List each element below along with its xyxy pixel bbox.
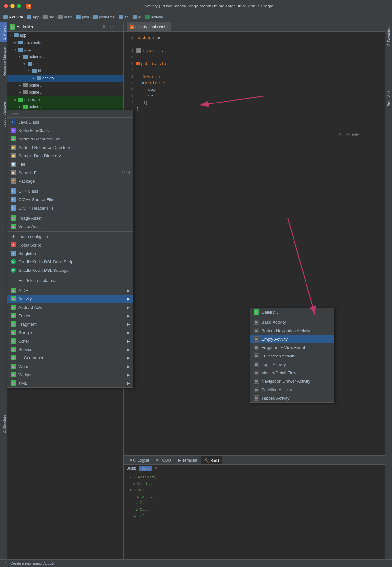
add-button[interactable]: ⊕ xyxy=(94,24,99,30)
submenu-nav-drawer[interactable]: ⊞ Navigation Drawer Activity xyxy=(250,377,334,385)
sync-button[interactable]: ⇅ xyxy=(101,24,107,30)
build-item-c2[interactable]: ✓ C... xyxy=(127,507,382,513)
submenu-scrolling[interactable]: ⊞ Scrolling Activity xyxy=(250,385,334,394)
menu-item-fragment[interactable]: 🤖 Fragment ▶ xyxy=(7,320,133,328)
menu-item-kotlin[interactable]: K Kotlin File/Class xyxy=(7,126,133,135)
menu-item-folder[interactable]: 🤖 Folder ▶ xyxy=(7,311,133,320)
menu-item-cpp-source[interactable]: C C/C++ Source File xyxy=(7,195,133,204)
tree-item-manifests[interactable]: ▶ manifests xyxy=(7,39,123,46)
menu-item-wear[interactable]: 🤖 Wear ▶ xyxy=(7,362,133,370)
tree-item-app[interactable]: ▼ app xyxy=(7,32,123,39)
code-line-1: 1 package pol xyxy=(124,34,385,41)
menu-item-vector-asset[interactable]: 🤖 Vector Asset xyxy=(7,222,133,231)
menu-item-other[interactable]: 🤖 Other ▶ xyxy=(7,337,133,345)
menu-item-sample-data[interactable]: 📁 Sample Data Directory xyxy=(7,151,133,160)
close-button[interactable] xyxy=(4,4,8,8)
build-item-run[interactable]: ▼ ✓ Run... xyxy=(127,487,382,494)
submenu-empty-activity[interactable]: ⊞ Empty Activity xyxy=(250,335,334,343)
menu-item-package[interactable]: 📦 Package xyxy=(7,177,133,185)
menu-item-service[interactable]: 🤖 Service ▶ xyxy=(7,345,133,354)
sync-button[interactable]: Sync xyxy=(139,466,152,471)
menu-item-android-resource[interactable]: 🤖 Android Resource File xyxy=(7,135,133,143)
menu-item-android-res-dir[interactable]: 📁 Android Resource Directory xyxy=(7,143,133,151)
window-controls[interactable] xyxy=(4,4,21,8)
submenu-tabbed[interactable]: ⊞ Tabbed Activity xyxy=(250,394,334,402)
todo-tab[interactable]: ≡ TODO xyxy=(153,456,174,464)
submenu-master-detail[interactable]: ⊞ Master/Detail Flow xyxy=(250,368,334,377)
menu-item-google[interactable]: 🤖 Google ▶ xyxy=(7,328,133,337)
maximize-button[interactable] xyxy=(17,4,21,8)
favorites-tab[interactable]: 2: Favorites xyxy=(386,25,392,48)
breadcrumb-app[interactable]: app xyxy=(27,15,39,19)
tree-item-poline1[interactable]: ▶ poline... xyxy=(7,82,123,89)
submenu-fullscreen[interactable]: ⊞ Fullscreen Activity xyxy=(250,352,334,360)
submenu-basic-activity[interactable]: ⊞ Basic Activity xyxy=(250,318,334,326)
tree-item-id[interactable]: ▼ id xyxy=(7,67,123,75)
menu-item-singleton[interactable]: ◈ Singleton xyxy=(7,249,133,258)
breadcrumb-id[interactable]: id xyxy=(133,15,141,19)
breadcrumb-main[interactable]: main xyxy=(58,15,72,19)
build-item-l[interactable]: ▶ ✓ L... xyxy=(127,494,382,500)
build-item-r[interactable]: ▶ ✓ R... xyxy=(127,513,382,520)
settings-button[interactable]: ⚙ xyxy=(109,24,114,30)
menu-item-scratch[interactable]: 📋 Scratch File ⇧⌘N xyxy=(7,168,133,177)
close-tab-button[interactable]: ✕ xyxy=(166,25,169,29)
menu-item-cpp-header[interactable]: H C/C++ Header File xyxy=(7,204,133,212)
folder-icon xyxy=(32,69,37,73)
breadcrumb-src[interactable]: src xyxy=(43,15,54,19)
menu-item-edit-templates[interactable]: Edit File Templates... xyxy=(7,276,133,284)
submenu-fragment-viewmodel[interactable]: ⊞ Fragment + ViewModel xyxy=(250,343,334,352)
fold-icon[interactable]: □ xyxy=(136,48,141,53)
minimize-button[interactable] xyxy=(10,4,15,8)
build-item-c1[interactable]: ✓ C... xyxy=(127,500,382,507)
tree-item-poline2[interactable]: ▶ poline... xyxy=(7,89,123,96)
build-tab[interactable]: 🔨 Build xyxy=(201,456,222,464)
breadcrumb-polinema[interactable]: polinema xyxy=(93,15,115,19)
menu-item-editorconfig[interactable]: ⚙ .editorconfig file xyxy=(7,232,133,241)
layout-captures-tab[interactable]: Layout Captures xyxy=(0,99,7,130)
breadcrumb-java[interactable]: java xyxy=(76,15,89,19)
build-item-activity[interactable]: ▼ ✓ Activity xyxy=(127,474,382,481)
menu-item-ui-component[interactable]: 🤖 UI Component ▶ xyxy=(7,354,133,362)
build-item-start[interactable]: ✓ Start... xyxy=(127,481,382,487)
menu-item-file[interactable]: 📄 File xyxy=(7,160,133,168)
tree-item-polinema[interactable]: ▼ polinema xyxy=(7,53,123,60)
tree-item-ac[interactable]: ▼ ac xyxy=(7,60,123,67)
breadcrumb-ac[interactable]: ac xyxy=(119,15,129,19)
submenu-gallery[interactable]: 🤖 Gallery... xyxy=(250,308,334,316)
breakpoint-icon[interactable] xyxy=(142,82,144,84)
sync-close[interactable]: ✕ xyxy=(155,466,158,471)
code-line-3: 3 □ import ... xyxy=(124,47,385,54)
menu-item-cpp-class[interactable]: C C++ Class xyxy=(7,187,133,195)
xml-file-icon: X xyxy=(130,25,134,29)
resource-manager-tab[interactable]: Resource Manager xyxy=(0,43,7,79)
menu-item-java-class[interactable]: C Java Class xyxy=(7,118,133,126)
breadcrumb-activity-folder[interactable]: activity xyxy=(145,15,163,19)
menu-item-gradle-settings[interactable]: G Gradle Kotlin DSL Settings xyxy=(7,266,133,274)
editor-tab-xml[interactable]: X activity_main.xml ✕ xyxy=(127,22,171,31)
panel-dropdown[interactable]: Android ▾ xyxy=(17,25,33,29)
build-variants-tab[interactable]: Build Variants xyxy=(386,82,392,109)
hide-button[interactable]: — xyxy=(116,24,121,30)
tree-item-activity[interactable]: ▼ activity xyxy=(7,75,123,82)
submenu-login[interactable]: ⊞ Login Activity xyxy=(250,360,334,368)
menu-item-widget[interactable]: 🤖 Widget ▶ xyxy=(7,370,133,379)
menu-item-kotlin-script[interactable]: K Kotlin Script xyxy=(7,241,133,249)
tree-item-java[interactable]: ▼ java xyxy=(7,46,123,53)
menu-item-gradle-build[interactable]: G Gradle Kotlin DSL Build Script xyxy=(7,258,133,266)
menu-item-image-asset[interactable]: 🤖 Image Asset xyxy=(7,214,133,222)
menu-item-xml[interactable]: 🤖 XML ▶ xyxy=(7,379,133,387)
logcat-tab[interactable]: ≡ 6: Logcat xyxy=(126,456,152,464)
breadcrumb-item[interactable]: Activity xyxy=(3,15,23,19)
terminal-tab[interactable]: ▶ Terminal xyxy=(175,456,200,464)
tree-item-poline3[interactable]: ▶ poline... xyxy=(7,103,123,110)
breadcrumb-activity[interactable]: Activity xyxy=(9,15,23,19)
submenu-bottom-nav[interactable]: ⊞ Bottom Navigation Activity xyxy=(250,326,334,335)
menu-item-aide[interactable]: 🤖 AIDE ▶ xyxy=(7,286,133,295)
menu-item-android-auto[interactable]: 🤖 Android Auto ▶ xyxy=(7,303,133,311)
menu-item-activity[interactable]: 🤖 Activity ▶ xyxy=(7,295,133,303)
tree-item-generated[interactable]: ▶ generate... xyxy=(7,96,123,103)
structure-tab[interactable]: 2: Structure xyxy=(0,412,7,436)
folder-icon xyxy=(23,90,28,94)
project-panel-tab[interactable]: 1: Project xyxy=(0,22,7,42)
